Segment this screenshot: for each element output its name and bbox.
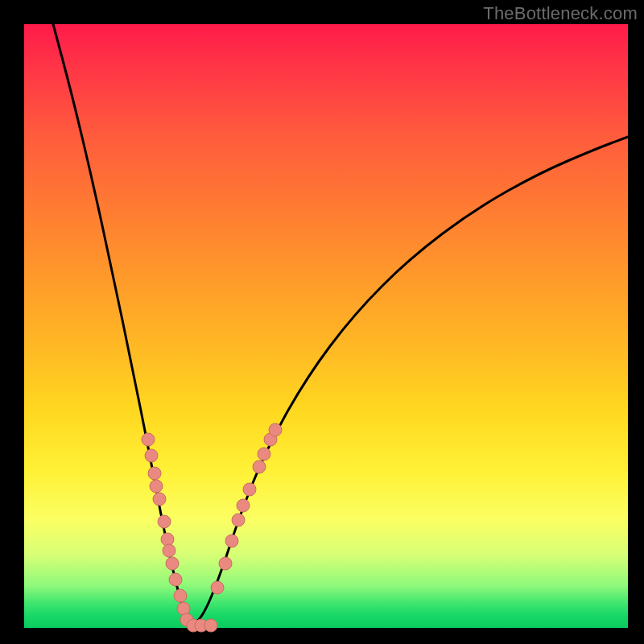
- v-curve: [53, 24, 628, 623]
- data-dot: [225, 535, 238, 547]
- data-dot: [253, 460, 266, 473]
- left-branch-dots: [142, 433, 217, 632]
- data-dot: [219, 557, 232, 570]
- data-dot: [148, 467, 161, 480]
- data-dot: [211, 581, 224, 594]
- plot-area: [24, 24, 628, 628]
- data-dot: [204, 619, 217, 632]
- data-dot: [153, 493, 166, 506]
- chart-frame: TheBottleneck.com: [0, 0, 644, 644]
- data-dot: [166, 557, 179, 570]
- data-dot: [269, 423, 282, 436]
- data-dot: [169, 573, 182, 586]
- right-branch-dots: [211, 423, 282, 594]
- data-dot: [243, 483, 256, 496]
- data-dot: [163, 544, 175, 557]
- data-dot: [237, 499, 250, 512]
- data-dot: [177, 602, 190, 615]
- data-dot: [142, 433, 155, 446]
- watermark-text: TheBottleneck.com: [483, 3, 638, 24]
- data-dot: [150, 480, 163, 493]
- data-dot: [258, 448, 270, 460]
- data-dot: [161, 533, 174, 546]
- data-dot: [158, 515, 171, 528]
- data-dot: [145, 449, 158, 462]
- curve-svg: [24, 24, 628, 628]
- data-dot: [232, 514, 245, 526]
- data-dot: [174, 589, 187, 602]
